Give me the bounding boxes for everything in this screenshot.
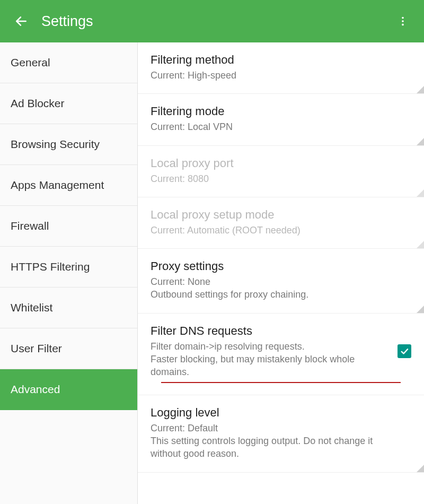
setting-subtitle: Current: Automatic (ROOT needed) [151, 224, 405, 237]
sidebar-item-label: Browsing Security [11, 138, 100, 150]
svg-point-1 [402, 17, 404, 19]
resize-corner-icon [417, 189, 424, 197]
setting-logging-level[interactable]: Logging level Current: Default This sett… [138, 395, 424, 473]
sidebar-item-browsing-security[interactable]: Browsing Security [0, 124, 137, 165]
setting-subtitle: Current: High-speed [151, 69, 405, 82]
sidebar-item-label: User Filter [11, 342, 62, 354]
sidebar-item-firewall[interactable]: Firewall [0, 206, 137, 247]
resize-corner-icon [417, 306, 424, 313]
svg-point-2 [402, 20, 404, 22]
resize-corner-icon [417, 86, 424, 93]
filter-dns-checkbox[interactable] [398, 344, 411, 358]
setting-subtitle: Current: 8080 [151, 172, 405, 185]
setting-title: Local proxy setup mode [151, 208, 405, 222]
sidebar-item-apps-management[interactable]: Apps Management [0, 165, 137, 206]
back-button[interactable] [8, 8, 34, 34]
setting-subtitle: Current: None [151, 275, 405, 288]
sidebar-item-whitelist[interactable]: Whitelist [0, 288, 137, 328]
sidebar-item-label: General [11, 56, 50, 68]
setting-description: This setting controls logging output. Do… [151, 435, 405, 460]
setting-subtitle: Filter domain->ip resolving requests. [151, 340, 391, 353]
sidebar-item-label: Advanced [11, 383, 60, 395]
setting-title: Filtering mode [151, 105, 405, 118]
sidebar-item-https-filtering[interactable]: HTTPS Filtering [0, 247, 137, 288]
setting-title: Local proxy port [151, 157, 405, 170]
sidebar-item-general[interactable]: General [0, 42, 137, 83]
content: General Ad Blocker Browsing Security App… [0, 42, 424, 504]
setting-subtitle: Current: Default [151, 422, 405, 435]
svg-point-3 [402, 24, 404, 26]
highlight-underline [161, 382, 401, 383]
setting-proxy-settings[interactable]: Proxy settings Current: None Outbound se… [138, 249, 424, 314]
setting-filtering-method[interactable]: Filtering method Current: High-speed [138, 42, 424, 94]
sidebar: General Ad Blocker Browsing Security App… [0, 42, 138, 504]
resize-corner-icon [417, 465, 424, 472]
resize-corner-icon [417, 241, 424, 248]
setting-description: Faster blocking, but may mistakenly bloc… [151, 353, 391, 379]
setting-title: Filtering method [151, 53, 405, 67]
sidebar-item-user-filter[interactable]: User Filter [0, 328, 137, 369]
setting-local-proxy-port: Local proxy port Current: 8080 [138, 146, 424, 197]
appbar: Settings [0, 0, 424, 42]
arrow-back-icon [14, 14, 28, 28]
sidebar-item-ad-blocker[interactable]: Ad Blocker [0, 83, 137, 124]
setting-filtering-mode[interactable]: Filtering mode Current: Local VPN [138, 94, 424, 145]
sidebar-item-advanced[interactable]: Advanced [0, 369, 137, 410]
appbar-title: Settings [41, 13, 390, 30]
setting-title: Logging level [151, 406, 405, 420]
more-vert-icon [397, 15, 409, 27]
detail-pane: Filtering method Current: High-speed Fil… [138, 42, 424, 504]
resize-corner-icon [417, 138, 424, 145]
sidebar-item-label: Ad Blocker [11, 97, 65, 109]
setting-local-proxy-setup: Local proxy setup mode Current: Automati… [138, 197, 424, 249]
setting-description: Outbound settings for proxy chaining. [151, 288, 405, 301]
sidebar-item-label: HTTPS Filtering [11, 260, 90, 273]
setting-filter-dns[interactable]: Filter DNS requests Filter domain->ip re… [138, 314, 424, 395]
setting-title: Proxy settings [151, 259, 405, 273]
more-button[interactable] [390, 8, 416, 34]
sidebar-item-label: Firewall [11, 220, 49, 232]
setting-title: Filter DNS requests [151, 324, 391, 338]
check-icon [400, 346, 409, 356]
sidebar-item-label: Apps Management [11, 179, 104, 191]
setting-subtitle: Current: Local VPN [151, 120, 405, 133]
sidebar-item-label: Whitelist [11, 301, 52, 314]
